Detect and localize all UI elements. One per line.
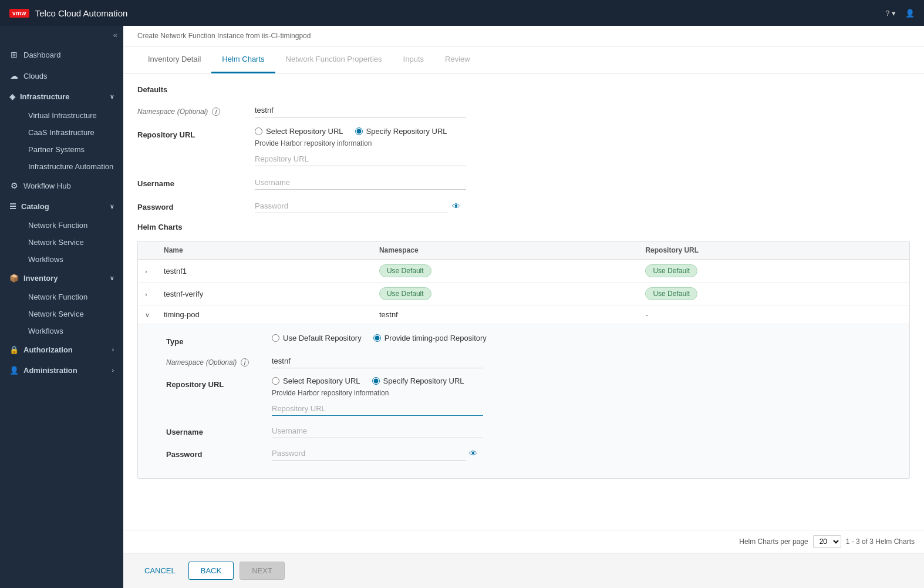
sidebar-item-infrastructure-automation[interactable]: Infrastructure Automation (23, 158, 123, 175)
sidebar-item-catalog-network-service[interactable]: Network Service (23, 234, 123, 251)
inventory-subnav: Network Function Network Service Workflo… (0, 288, 123, 340)
wizard-container: Inventory Detail Helm Charts Network Fun… (123, 46, 924, 553)
sidebar-section-inventory[interactable]: 📦 Inventory ∨ (0, 268, 123, 288)
sidebar-item-partner-systems[interactable]: Partner Systems (23, 141, 123, 158)
exp-select-repo-option[interactable]: Select Repository URL (272, 377, 360, 385)
tab-helm-charts[interactable]: Helm Charts (211, 46, 275, 73)
exp-specify-repo-radio[interactable] (372, 377, 380, 385)
sidebar-item-inventory-network-function[interactable]: Network Function (23, 288, 123, 305)
cancel-button[interactable]: CANCEL (137, 562, 183, 580)
username-input[interactable] (255, 176, 466, 190)
namespace-info-icon: i (212, 107, 220, 116)
sidebar-item-label: Network Service (28, 238, 84, 247)
sidebar-section-administration[interactable]: 👤 Administration › (0, 360, 123, 381)
sidebar-item-label: Clouds (23, 72, 47, 80)
sidebar-item-clouds[interactable]: ☁ Clouds (0, 65, 123, 86)
namespace-input[interactable] (255, 103, 466, 117)
provide-timing-repo-label: Provide timing-pod Repository (385, 334, 487, 342)
row1-name-cell: testnf1 (157, 260, 372, 283)
exp-namespace-input[interactable] (272, 354, 483, 368)
sidebar-item-inventory-workflows[interactable]: Workflows (23, 322, 123, 340)
exp-password-input-row: 👁 (272, 446, 895, 461)
sidebar-item-label: Network Function (28, 293, 87, 301)
exp-password-toggle-icon[interactable]: 👁 (469, 449, 477, 458)
use-default-repo-radio[interactable] (272, 334, 279, 342)
exp-repo-url-row: Repository URL Select Repository URL (166, 377, 895, 416)
wizard-main-content: Defaults Namespace (Optional) i Reposito… (123, 73, 924, 530)
password-input-row: 👁 (255, 199, 910, 213)
sidebar-section-label: Inventory (23, 274, 58, 283)
row2-expand-button[interactable]: › (145, 291, 147, 298)
row2-expand-cell: › (138, 283, 157, 305)
sidebar-section-catalog[interactable]: ☰ Catalog ∨ (0, 196, 123, 217)
password-row: Password 👁 (137, 199, 910, 213)
sidebar-section-authorization[interactable]: 🔒 Authorization › (0, 340, 123, 360)
sidebar-item-virtual-infrastructure[interactable]: Virtual Infrastructure (23, 107, 123, 124)
per-page-select[interactable]: 20 10 50 (813, 535, 841, 548)
use-default-repo-option[interactable]: Use Default Repository (272, 334, 362, 342)
row3-expand-cell: ∨ (138, 305, 157, 324)
exp-select-repo-radio[interactable] (272, 377, 279, 385)
row1-repo-url-cell: Use Default (638, 260, 909, 283)
sidebar-item-workflow-hub[interactable]: ⚙ Workflow Hub (0, 175, 123, 196)
main-content: Create Network Function Instance from ii… (123, 26, 924, 588)
provide-timing-repo-option[interactable]: Provide timing-pod Repository (373, 334, 487, 342)
exp-harbor-hint: Provide Harbor repository information (272, 389, 895, 397)
select-repo-radio[interactable] (255, 127, 262, 135)
row3-expanded-cell: Type Use Default Repository (138, 324, 909, 479)
repo-url-input[interactable] (255, 152, 466, 166)
type-control: Use Default Repository Provide timing-po… (272, 334, 895, 342)
sidebar-item-dashboard[interactable]: ⊞ Dashboard (0, 44, 123, 65)
tab-inputs[interactable]: Inputs (393, 46, 434, 73)
exp-password-input[interactable] (272, 446, 466, 461)
tab-nf-properties[interactable]: Network Function Properties (275, 46, 393, 73)
dashboard-icon: ⊞ (9, 50, 19, 59)
sidebar-item-caas-infrastructure[interactable]: CaaS Infrastructure (23, 124, 123, 141)
exp-username-row: Username (166, 424, 895, 438)
specify-repo-url-option[interactable]: Specify Repository URL (355, 127, 447, 136)
select-repo-label: Select Repository URL (266, 127, 343, 136)
sidebar-item-label: Network Service (28, 310, 84, 318)
exp-specify-repo-option[interactable]: Specify Repository URL (372, 377, 464, 385)
harbor-hint: Provide Harbor repository information (255, 139, 910, 147)
exp-repo-url-input[interactable] (272, 402, 483, 416)
sidebar-item-catalog-workflows[interactable]: Workflows (23, 251, 123, 268)
repo-url-row: Repository URL Select Repository URL Spe… (137, 127, 910, 166)
next-button[interactable]: NEXT (240, 562, 285, 580)
helm-charts-table: Name Namespace Repository URL › (138, 241, 909, 478)
sidebar-item-label: Infrastructure Automation (28, 162, 113, 171)
back-button[interactable]: BACK (188, 562, 234, 580)
repo-url-control: Select Repository URL Specify Repository… (255, 127, 910, 166)
exp-namespace-control (272, 354, 895, 368)
tab-review[interactable]: Review (434, 46, 481, 73)
row3-expand-button[interactable]: ∨ (145, 311, 150, 318)
row2-namespace-cell: Use Default (372, 283, 639, 305)
breadcrumb: Create Network Function Instance from ii… (123, 26, 924, 46)
authorization-icon: 🔒 (9, 345, 19, 354)
clouds-icon: ☁ (9, 71, 19, 80)
select-repo-url-option[interactable]: Select Repository URL (255, 127, 343, 136)
specify-repo-label: Specify Repository URL (366, 127, 447, 136)
help-icon[interactable]: ? ▾ (885, 9, 896, 18)
exp-username-input[interactable] (272, 424, 483, 438)
specify-repo-radio[interactable] (355, 127, 363, 135)
password-input[interactable] (255, 199, 448, 213)
sidebar-item-label: Workflows (28, 327, 63, 335)
row1-expand-button[interactable]: › (145, 268, 147, 275)
tab-inventory-detail[interactable]: Inventory Detail (137, 46, 211, 73)
infrastructure-icon: ◈ (9, 92, 15, 101)
provide-timing-repo-radio[interactable] (373, 334, 381, 342)
password-toggle-icon[interactable]: 👁 (452, 201, 460, 211)
sidebar-item-inventory-network-service[interactable]: Network Service (23, 305, 123, 322)
table-header-row: Name Namespace Repository URL (138, 241, 909, 260)
table-row: ∨ timing-pod testnf - (138, 305, 909, 324)
infrastructure-subnav: Virtual Infrastructure CaaS Infrastructu… (0, 107, 123, 175)
user-icon[interactable]: 👤 (905, 9, 915, 18)
table-row: › testnf-verify Use Default Use Default (138, 283, 909, 305)
exp-namespace-info-icon: i (241, 358, 249, 367)
sidebar-section-infrastructure[interactable]: ◈ Infrastructure ∨ (0, 86, 123, 107)
sidebar-item-catalog-network-function[interactable]: Network Function (23, 217, 123, 234)
inventory-chevron: ∨ (110, 275, 114, 281)
pagination-bar: Helm Charts per page 20 10 50 1 - 3 of 3… (123, 530, 924, 553)
sidebar-collapse-button[interactable]: « (0, 26, 123, 44)
